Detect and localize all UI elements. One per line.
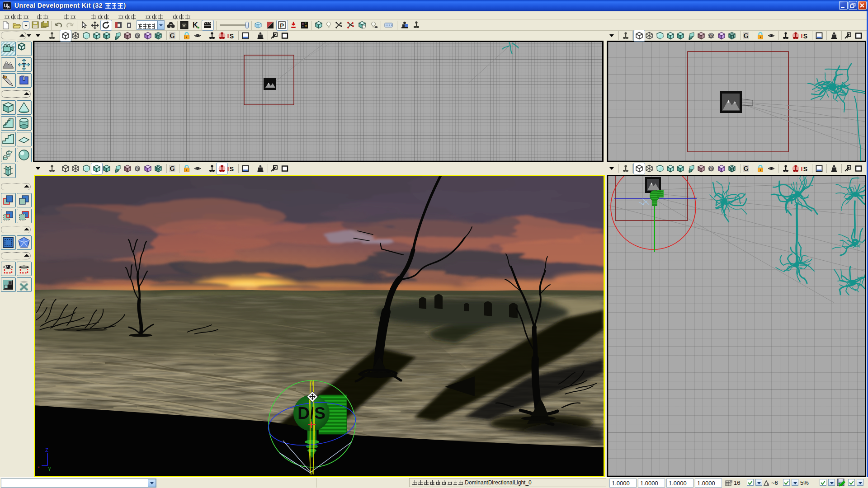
svg-text:S: S [136, 34, 138, 38]
svg-text:Y: Y [48, 466, 52, 472]
svg-text:S: S [230, 33, 234, 40]
svg-text:Z: Z [45, 447, 48, 453]
svg-text:G: G [743, 165, 749, 172]
svg-text:D/S: D/S [297, 404, 326, 422]
svg-text:S: S [803, 165, 807, 173]
svg-text:G: G [170, 165, 175, 172]
svg-text:S: S [136, 167, 138, 170]
svg-text:S: S [710, 34, 712, 38]
svg-text:P: P [280, 22, 284, 29]
svg-text:*: * [38, 465, 40, 471]
svg-text:T: T [22, 61, 26, 68]
svg-text:S: S [230, 165, 234, 173]
svg-text:G: G [743, 32, 749, 39]
svg-text:S: S [710, 167, 712, 170]
svg-text:S: S [803, 33, 807, 40]
svg-text:G: G [170, 32, 175, 39]
svg-text:K: K [193, 21, 198, 29]
